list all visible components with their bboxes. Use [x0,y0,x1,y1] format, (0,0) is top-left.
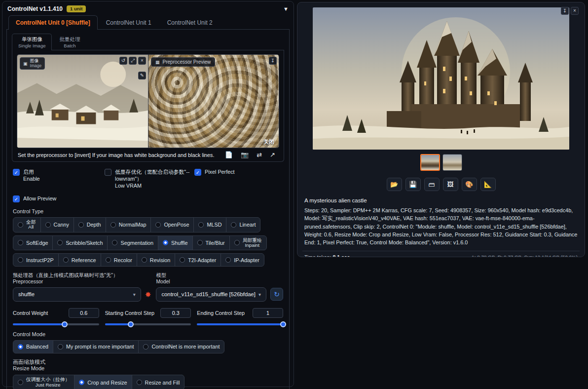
slider-handle[interactable] [62,321,68,327]
control-mode-option-controlnet[interactable]: ControlNet is more important [138,340,224,353]
resize-mode-row: 仅调整大小（拉伸）Just Resize Crop and Resize Res… [12,375,284,389]
time-taken-label: Time taken: [304,254,331,257]
pixel-perfect-checkbox[interactable]: ✓ Pixel Perfect [194,168,235,189]
radio-icon [180,257,185,263]
ending-step-slider[interactable] [197,323,283,325]
control-type-option-softedge[interactable]: SoftEdge [13,235,53,251]
preprocessor-preview-image[interactable]: ▦ Preprocessor Preview ↧ 关闭 [148,54,279,148]
new-canvas-button[interactable]: 📄 [225,152,233,158]
model-dropdown[interactable]: control_v11e_sd15_shuffle [526bfdae] ▾ [156,287,266,302]
tab-unit-1[interactable]: ControlNet Unit 1 [99,15,159,29]
starting-step-group: Starting Control Step 0.3 [105,308,191,325]
option-label: Scribble/Sketch [66,240,103,246]
resize-mode-option-resize-and-fill[interactable]: Resize and Fill [132,375,185,389]
control-type-option-lineart[interactable]: Lineart [226,217,260,233]
control-type-row-2: SoftEdge Scribble/Sketch Segmentation Sh… [12,235,284,251]
save-image-button[interactable]: 💾 [405,178,421,191]
sliders-row: Control Weight 0.6 Starting Control Step… [12,308,284,325]
input-image[interactable]: ▣ 图像 Image ↺ ⤢ × ✎ [17,54,148,148]
control-type-option-t2i-adapter[interactable]: T2I-Adapter [175,253,221,267]
tab-batch[interactable]: 批量处理 Batch [53,34,86,50]
generated-image[interactable] [313,7,569,150]
clear-image-button[interactable]: × [138,57,146,65]
model-label-zh: 模型 [156,272,166,278]
expand-icon[interactable]: ⤢ [129,57,137,65]
control-type-option-canny[interactable]: Canny [40,217,74,233]
option-label: Lineart [239,222,256,228]
control-weight-input[interactable]: 0.6 [69,308,99,318]
ending-step-input[interactable]: 1 [253,308,283,318]
lowvram-label-zh: 低显存优化（需配合启动参数"--lowvram"） [115,169,189,182]
edit-image-button[interactable]: ✎ [138,72,146,79]
unit-0-panel: 单张图像 Single Image 批量处理 Batch [6,30,290,389]
starting-step-label: Starting Control Step [105,310,154,316]
lowvram-checkbox[interactable]: 低显存优化（需配合启动参数"--lowvram"）Low VRAM [105,168,194,189]
webcam-button[interactable]: 📷 [241,152,249,158]
enable-checkbox[interactable]: ✓ 启用Enable [13,168,105,189]
control-type-option-depth[interactable]: Depth [74,217,106,233]
control-type-option-all[interactable]: 全部All [13,217,41,233]
control-type-option-revision[interactable]: Revision [137,253,175,267]
thumbnail-2[interactable] [442,154,462,171]
close-preview-button[interactable]: 关闭 [263,138,274,146]
slider-handle[interactable] [128,321,134,327]
send-to-inpaint-button[interactable]: 🎨 [462,178,477,191]
control-mode-option-balanced[interactable]: Balanced [13,340,53,353]
control-type-option-openpose[interactable]: OpenPose [150,217,194,233]
control-type-option-tile-blur[interactable]: Tile/Blur [192,235,230,251]
input-image-toolbar: ↺ ⤢ × [119,57,146,65]
accordion-header[interactable]: ControlNet v1.1.410 1 unit ▼ [6,4,290,15]
control-type-option-instructp2p[interactable]: InstructP2P [13,253,59,267]
radio-icon [142,257,147,263]
resize-mode-option-crop-and-resize[interactable]: Crop and Resize [74,375,132,389]
download-preview-button[interactable]: ↧ [269,57,277,65]
starting-step-input[interactable]: 0.3 [160,308,191,318]
preview-toolbar: ↧ [269,57,277,65]
checkbox-check-icon: ✓ [13,169,20,176]
slider-fill [13,323,65,325]
control-weight-label: Control Weight [13,310,48,316]
control-mode-row: Balanced My prompt is more important Con… [12,340,284,353]
send-to-extras-button[interactable]: 📐 [480,178,496,191]
close-gallery-button[interactable]: × [571,7,579,15]
slider-handle[interactable] [280,321,286,327]
thumbnail-1-selected[interactable] [420,154,440,171]
open-folder-button[interactable]: 📂 [387,178,402,191]
mirror-webcam-icon[interactable]: ⇄ [257,152,262,158]
control-type-option-recolor[interactable]: Recolor [101,253,137,267]
ending-step-group: Ending Control Step 1 [197,308,283,325]
resize-mode-option-just-resize[interactable]: 仅调整大小（拉伸）Just Resize [13,375,74,389]
control-type-option-reference[interactable]: Reference [58,253,101,267]
control-type-option-inpaint[interactable]: 局部重绘Inpaint [229,235,267,251]
control-type-option-normalmap[interactable]: NormalMap [106,217,151,233]
radio-selected-icon [163,240,168,245]
preprocessor-dropdown[interactable]: shuffle ▾ [13,287,141,302]
option-label: Resize and Fill [145,380,180,386]
tab-single-image[interactable]: 单张图像 Single Image [12,34,52,50]
canvas-tools: 📄 📷 ⇄ ↗ [225,152,275,158]
allow-preview-checkbox[interactable]: ✓ Allow Preview [13,195,56,202]
save-zip-button[interactable]: 🗃 [424,178,440,191]
control-type-option-ip-adapter[interactable]: IP-Adapter [220,253,264,267]
control-weight-slider[interactable] [13,323,99,325]
tab-unit-2[interactable]: ControlNet Unit 2 [160,15,220,29]
option-label: Inpaint [243,243,262,248]
collapse-icon[interactable]: ▼ [283,6,289,12]
pixel-perfect-label: Pixel Perfect [205,168,235,175]
image-chip: ▣ 图像 Image [20,57,45,70]
refresh-models-button[interactable]: ↻ [270,288,283,301]
undo-icon[interactable]: ↺ [119,57,127,65]
control-type-option-shuffle[interactable]: Shuffle [158,235,192,251]
control-type-option-scribble[interactable]: Scribble/Sketch [52,235,108,251]
control-type-option-mlsd[interactable]: MLSD [193,217,226,233]
tab-unit-0[interactable]: ControlNet Unit 0 [Shuffle] [8,15,98,30]
starting-step-slider[interactable] [105,323,191,325]
download-image-button[interactable]: ↧ [561,7,569,15]
tab-batch-label-en: Batch [64,43,75,48]
send-to-img2img-button[interactable]: 🖼 [443,178,458,191]
control-mode-option-prompt[interactable]: My prompt is more important [53,340,139,353]
send-dimensions-button[interactable]: ↗ [270,152,275,158]
checkbox-box [105,169,111,176]
control-type-option-segmentation[interactable]: Segmentation [107,235,158,251]
run-preprocessor-button[interactable]: ✸ [145,291,151,298]
